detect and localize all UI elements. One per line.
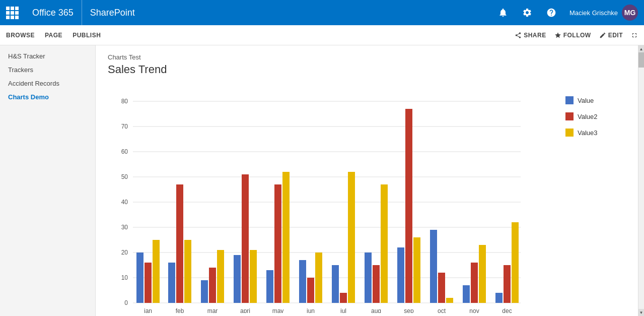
svg-rect-35 [315,252,322,303]
svg-rect-39 [365,252,372,303]
edit-button[interactable]: EDIT [599,32,623,39]
svg-rect-36 [332,265,339,303]
help-button[interactable] [539,0,563,25]
legend-item-value3: Value3 [565,129,626,137]
office-title: Office 365 [24,0,82,25]
svg-text:dec: dec [502,307,512,313]
scrollbar-thumb[interactable] [638,52,644,68]
sidebar-item-charts-demo[interactable]: Charts Demo [0,90,95,104]
svg-rect-28 [242,174,249,303]
sidebar-item-trackers[interactable]: Trackers [0,63,95,77]
waffle-icon [6,7,19,19]
svg-rect-30 [266,270,273,303]
edit-label: EDIT [608,32,623,39]
svg-rect-32 [282,172,290,303]
user-avatar: MG [622,5,638,21]
svg-rect-46 [438,273,445,303]
svg-rect-50 [479,245,486,303]
legend-color-value1 [565,96,574,104]
right-actions: SHARE FOLLOW EDIT [515,32,638,39]
sidebar-item-accident-records[interactable]: Accident Records [0,77,95,90]
svg-text:apri: apri [240,307,250,313]
svg-rect-34 [307,278,314,303]
settings-button[interactable] [515,0,539,25]
share-button[interactable]: SHARE [515,32,546,39]
svg-text:80: 80 [121,98,128,105]
svg-text:aug: aug [371,307,381,313]
legend-item-value2: Value2 [565,112,626,120]
help-icon [546,8,556,18]
share-label: SHARE [524,32,546,39]
svg-rect-48 [463,285,470,303]
second-toolbar: BROWSE PAGE PUBLISH SHARE FOLLOW EDIT [0,25,644,45]
svg-rect-20 [153,240,160,303]
svg-rect-43 [405,109,412,303]
svg-text:40: 40 [121,199,128,206]
chart-container: 0 10 20 30 40 50 60 70 80 [108,86,626,316]
svg-text:sep: sep [404,307,414,313]
scrollbar-right[interactable]: ▲ ▼ [638,45,644,316]
svg-text:0: 0 [124,299,128,306]
nav-icons: Maciek Grischke MG [491,0,644,25]
sidebar: H&S Tracker Trackers Accident Records Ch… [0,45,96,316]
svg-rect-38 [348,172,355,303]
user-info[interactable]: Maciek Grischke MG [563,5,644,21]
sidebar-item-hs-tracker[interactable]: H&S Tracker [0,49,95,63]
sharepoint-title: SharePoint [82,8,491,18]
chart-legend: Value Value2 Value3 [565,86,626,145]
legend-item-value1: Value [565,96,626,104]
svg-rect-29 [250,250,257,303]
follow-label: FOLLOW [563,32,591,39]
svg-rect-47 [446,298,453,303]
svg-rect-31 [274,184,281,303]
svg-rect-37 [340,293,347,303]
svg-rect-33 [299,260,306,303]
browse-button[interactable]: BROWSE [6,32,35,39]
svg-rect-49 [471,263,478,303]
legend-color-value2 [565,112,574,120]
legend-label-value2: Value2 [578,113,598,120]
notifications-button[interactable] [491,0,515,25]
waffle-button[interactable] [0,0,24,25]
content-area: Charts Test Sales Trend [96,45,638,316]
svg-text:70: 70 [121,123,128,130]
legend-color-value3 [565,129,574,137]
svg-rect-26 [217,250,224,303]
svg-rect-51 [495,293,503,303]
publish-button[interactable]: PUBLISH [73,32,101,39]
svg-rect-25 [209,268,216,303]
svg-rect-19 [145,263,152,303]
scroll-up-arrow[interactable]: ▲ [638,45,644,52]
svg-text:30: 30 [121,224,128,231]
svg-rect-27 [234,255,241,303]
gear-icon [522,8,532,18]
svg-text:jan: jan [144,307,152,313]
page-button[interactable]: PAGE [45,32,62,39]
svg-rect-42 [397,247,404,303]
svg-text:oct: oct [438,307,446,313]
svg-rect-45 [430,230,437,303]
follow-button[interactable]: FOLLOW [554,32,591,39]
top-nav: Office 365 SharePoint Maciek Grischke MG [0,0,644,25]
svg-rect-40 [373,265,380,303]
edit-icon [599,32,606,39]
svg-rect-18 [136,252,144,303]
svg-rect-22 [176,184,183,303]
svg-rect-44 [413,237,420,303]
user-name: Maciek Grischke [569,9,618,17]
svg-text:jun: jun [306,307,315,313]
svg-text:50: 50 [121,173,128,180]
expand-button[interactable] [631,32,638,39]
bar-chart: 0 10 20 30 40 50 60 70 80 [108,86,521,313]
svg-text:may: may [272,307,284,313]
share-icon [515,32,522,39]
chart-wrapper: 0 10 20 30 40 50 60 70 80 [108,86,555,316]
expand-icon [631,32,638,39]
scroll-down-arrow[interactable]: ▼ [638,309,644,316]
legend-label-value1: Value [578,97,594,104]
svg-text:jul: jul [340,307,346,313]
svg-rect-24 [201,280,208,303]
svg-rect-53 [512,222,519,303]
star-icon [554,32,561,39]
page-title: Sales Trend [108,63,626,76]
